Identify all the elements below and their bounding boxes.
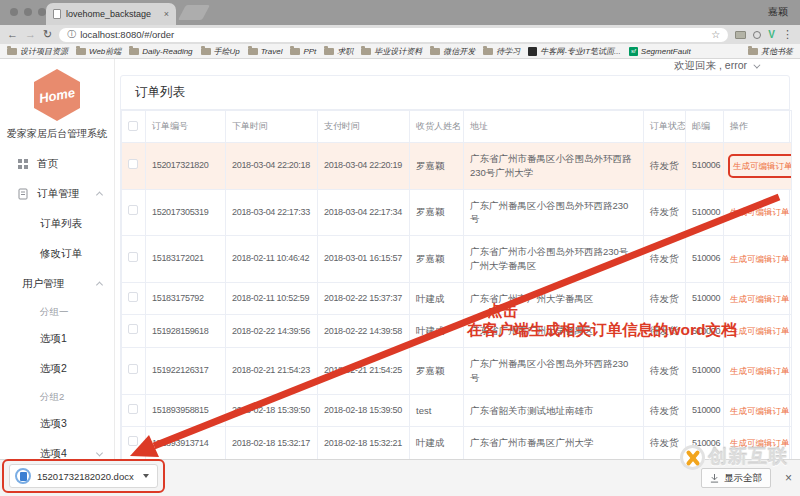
sidebar-item-option1[interactable]: 选项1 (0, 324, 114, 354)
row-checkbox[interactable] (128, 364, 138, 374)
row-checkbox[interactable] (128, 292, 138, 302)
bookmark-item[interactable]: PPt (290, 47, 316, 56)
generate-doc-link[interactable]: 生成可编辑订单 (730, 294, 790, 304)
cell-zip: 510000 (686, 315, 724, 348)
sidebar-item-home[interactable]: 首页 (0, 149, 114, 179)
row-checkbox[interactable] (128, 324, 138, 334)
cell-recipient: 罗嘉颖 (410, 236, 464, 283)
folder-icon (76, 48, 86, 55)
column-header[interactable]: 支付时间 (318, 111, 410, 143)
cell-recipient: 罗嘉颖 (410, 189, 464, 236)
generate-doc-link[interactable]: 生成可编辑订单 (730, 254, 790, 264)
table-row: 15183175792 2018-02-11 10:52:59 2018-02-… (122, 282, 792, 315)
extension-icon[interactable] (735, 31, 746, 39)
bookmark-item[interactable]: Web前端 (76, 46, 121, 57)
sidebar-item-option3[interactable]: 选项3 (0, 409, 114, 439)
cell-pay-time: 2018-02-18 15:32:21 (318, 427, 410, 460)
bookmark-item[interactable]: 求职 (324, 46, 353, 57)
cell-order-id: 152017305319 (146, 189, 226, 236)
bookmark-item[interactable]: 牛客网-专业IT笔试面... (528, 46, 620, 57)
sidebar-item-label: 订单管理 (37, 187, 79, 201)
cell-status: 待发货 (644, 282, 686, 315)
column-header[interactable]: 订单编号 (146, 111, 226, 143)
sidebar-group-label: 分组2 (0, 384, 114, 409)
tab-close-icon[interactable]: × (164, 9, 169, 19)
bookmark-star-icon[interactable]: ☆ (711, 29, 720, 40)
cell-zip: 510000 (686, 189, 724, 236)
cell-order-time: 2018-02-11 10:52:59 (226, 282, 318, 315)
bookmark-item[interactable]: 待学习 (483, 46, 520, 57)
cell-status: 待发货 (644, 189, 686, 236)
window-control-icon[interactable] (10, 8, 18, 16)
cell-recipient: 罗嘉颖 (410, 143, 464, 190)
generate-doc-link[interactable]: 生成可编辑订单 (730, 366, 790, 376)
generate-doc-link[interactable]: 生成可编辑订单 (730, 326, 790, 336)
browser-menu-icon[interactable]: ⋮ (782, 28, 793, 41)
table-header-row: 订单编号 下单时间 支付时间 收货人姓名 地址 订单状态 邮编 操作 (122, 111, 792, 143)
welcome-text[interactable]: 欢迎回来 , error (674, 59, 747, 73)
column-header[interactable]: 订单状态 (644, 111, 686, 143)
bookmark-item[interactable]: 毕业设计资料 (361, 46, 422, 57)
downloaded-file-chip[interactable]: 15201732182020.docx (9, 464, 158, 488)
cell-order-id: 15183175792 (146, 282, 226, 315)
vue-devtools-icon[interactable]: V (768, 30, 775, 40)
column-header[interactable]: 邮编 (686, 111, 724, 143)
row-checkbox[interactable] (128, 252, 138, 262)
other-bookmarks-button[interactable]: 其他书签 (748, 46, 793, 57)
show-all-downloads-button[interactable]: 显示全部 (701, 468, 771, 488)
tab-strip: lovehome_backstage × 嘉颖 (0, 0, 800, 25)
site-info-icon[interactable]: ⓘ (67, 28, 76, 41)
cell-order-id: 151928159618 (146, 315, 226, 348)
window-control-icon[interactable] (38, 8, 46, 16)
bookmark-label: 待学习 (496, 46, 520, 57)
table-row: 151893913714 2018-02-18 15:32:17 2018-02… (122, 427, 792, 460)
bookmark-label: 毕业设计资料 (374, 46, 422, 57)
sidebar-item-option2[interactable]: 选项2 (0, 354, 114, 384)
bookmark-item[interactable]: 设计项目资源 (7, 46, 68, 57)
cell-pay-time: 2018-03-04 22:20:19 (318, 143, 410, 190)
bookmark-label: 微信开发 (443, 46, 475, 57)
cell-order-id: 151893913714 (146, 427, 226, 460)
cell-status: 待发货 (644, 143, 686, 190)
page-title: 订单列表 (121, 76, 789, 110)
row-checkbox[interactable] (128, 205, 138, 215)
cell-status: 待发货 (644, 394, 686, 427)
generate-doc-link[interactable]: 生成可编辑订单 (730, 438, 790, 448)
row-checkbox[interactable] (128, 436, 138, 446)
select-all-checkbox[interactable] (128, 121, 138, 131)
generate-doc-link[interactable]: 生成可编辑订单 (730, 207, 790, 217)
generate-doc-link[interactable]: 生成可编辑订单 (728, 154, 792, 178)
bookmark-label: Daily-Reading (142, 47, 192, 56)
row-checkbox[interactable] (128, 404, 138, 414)
column-header[interactable]: 下单时间 (226, 111, 318, 143)
row-checkbox[interactable] (128, 159, 138, 169)
extension-icon[interactable] (753, 31, 761, 39)
bookmark-item[interactable]: sfSegmentFault (629, 47, 691, 56)
bookmark-item[interactable]: Daily-Reading (129, 47, 192, 56)
generate-doc-link[interactable]: 生成可编辑订单 (730, 406, 790, 416)
bookmark-item[interactable]: 微信开发 (430, 46, 475, 57)
bookmark-item[interactable]: Travel (248, 47, 283, 56)
sidebar-item-order-list[interactable]: 订单列表 (0, 209, 114, 239)
sidebar-menu: 首页 订单管理 订单列表 修改订单 用户管理 分组一 选项1 选项2 分组2 选… (0, 149, 114, 459)
browser-tab[interactable]: lovehome_backstage × (46, 3, 176, 25)
cell-pay-time: 2018-02-22 15:37:37 (318, 282, 410, 315)
sidebar-item-order-mgmt[interactable]: 订单管理 (0, 179, 114, 209)
sidebar-item-user-mgmt[interactable]: 用户管理 (0, 269, 114, 299)
window-control-icon[interactable] (24, 8, 32, 16)
column-header[interactable]: 地址 (464, 111, 644, 143)
column-header[interactable]: 收货人姓名 (410, 111, 464, 143)
column-header[interactable]: 操作 (724, 111, 792, 143)
reload-icon[interactable]: ↻ (43, 29, 52, 40)
address-bar[interactable]: ⓘ localhost:8080/#/order ☆ (59, 28, 728, 42)
bookmark-item[interactable]: 手绘Up (201, 46, 240, 57)
chevron-down-icon (753, 61, 760, 68)
browser-profile-name[interactable]: 嘉颖 (768, 5, 788, 19)
back-icon[interactable]: ← (7, 29, 18, 40)
cell-order-time: 2018-02-22 14:39:56 (226, 315, 318, 348)
chevron-down-icon[interactable] (143, 474, 149, 478)
close-download-bar-icon[interactable]: × (785, 471, 792, 485)
new-tab-button[interactable] (178, 5, 210, 20)
sidebar-item-modify-order[interactable]: 修改订单 (0, 239, 114, 269)
sidebar-item-option4[interactable]: 选项4 (0, 439, 114, 459)
